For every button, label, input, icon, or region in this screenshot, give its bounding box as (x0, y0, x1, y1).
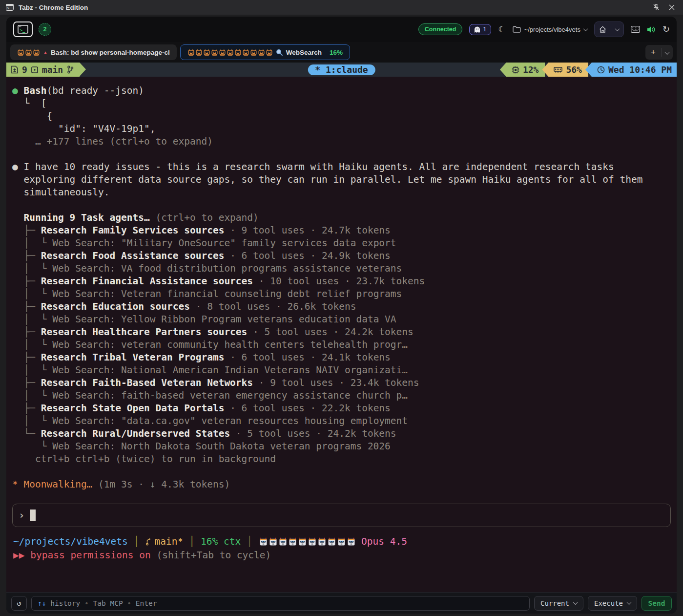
memory-segment: 56% (542, 63, 588, 77)
robot-icons (259, 537, 355, 546)
terminal-window-icon[interactable]: >_ (13, 21, 33, 37)
close-window-icon[interactable] (666, 2, 677, 13)
clock-icon (597, 66, 605, 74)
ghost-count: 1 (483, 26, 486, 33)
plus-icon[interactable]: + (645, 47, 661, 57)
new-tab-dropdown-chevron[interactable] (662, 48, 673, 57)
home-split-button[interactable] (594, 21, 624, 37)
terminal-pane: ● Bash(bd ready --json) └ [ { "id": "V4V… (6, 77, 677, 614)
history-button[interactable]: ↺ (11, 596, 27, 611)
connected-badge: Connected (418, 23, 463, 35)
tab-websearch-label: WebSearch (286, 49, 322, 56)
claude-status-line: ~/projects/vibe4vets │ main* │ 16% ctx │… (13, 535, 671, 548)
pane-icon (31, 66, 38, 73)
text-cursor (30, 510, 36, 521)
separator: │ (183, 535, 201, 548)
mode-select-label: Execute (594, 599, 623, 607)
window-titlebar: >_ Tabz - Chrome Edition (0, 0, 683, 15)
terminal-output: ● Bash(bd ready --json) └ [ { "id": "V4V… (6, 77, 677, 491)
tab-websearch[interactable]: WebSearch 16% (180, 44, 350, 60)
statusline-context: 16% ctx (201, 535, 241, 548)
cpu-percent: 12% (523, 64, 539, 75)
branch-label: main* (155, 535, 184, 548)
tab-count-badge[interactable]: 2 (39, 23, 51, 36)
tab-strip: ▲ Bash: bd show personal-homepage-cl Web… (6, 42, 677, 63)
command-input[interactable]: ↑↓ history • Tab MCP • Enter (31, 596, 530, 611)
tmux-branch-name: main (42, 64, 63, 75)
window-title: Tabz - Chrome Edition (19, 4, 88, 11)
mode-select[interactable]: Execute (588, 596, 637, 611)
statusline-path: ~/projects/vibe4vets (13, 535, 128, 548)
clock-text: Wed 10:46 PM (608, 64, 672, 75)
ghost-sessions-button[interactable]: 1 (469, 24, 491, 35)
home-dropdown-chevron[interactable] (611, 22, 623, 37)
target-select-label: Current (540, 599, 569, 607)
ghost-icon (474, 26, 480, 33)
powerline-arrow (80, 63, 86, 76)
warning-triangle-icon: ▲ (43, 50, 48, 55)
git-branch-icon (67, 65, 74, 74)
cpu-segment: 12% (500, 63, 545, 77)
tmux-changes-count: 9 (22, 64, 27, 75)
toolbar: >_ 2 Connected 1 ☾ ~/projects/vibe4vets (6, 17, 677, 42)
cpu-icon (512, 66, 519, 74)
command-input-placeholder: ↑↓ history • Tab MCP • Enter (38, 599, 157, 607)
command-bar: ↺ ↑↓ history • Tab MCP • Enter Current E… (6, 592, 677, 614)
claude-input-box[interactable]: › (12, 504, 671, 527)
robot-icons (187, 49, 273, 56)
tab-bash-label: Bash: bd show personal-homepage-cl (51, 49, 170, 56)
folder-icon (513, 26, 521, 33)
clock-segment: Wed 10:46 PM (585, 63, 677, 77)
bypass-permissions-line: ▶▶ bypass permissions on (shift+Tab to c… (13, 549, 671, 562)
separator: │ (241, 535, 258, 548)
memory-percent: 56% (566, 64, 582, 75)
tmux-status-bar: 9 main * 1:claude 12% 56% Wed 10:46 PM (6, 63, 677, 77)
git-branch-icon (145, 538, 152, 546)
speaker-icon[interactable] (647, 26, 656, 33)
diff-file-icon (11, 65, 18, 74)
history-icon: ↺ (17, 598, 21, 608)
keyboard-icon[interactable] (631, 26, 640, 33)
statusline-model: Opus 4.5 (356, 535, 407, 548)
tab-bash[interactable]: ▲ Bash: bd show personal-homepage-cl (10, 44, 177, 60)
ram-icon (554, 66, 562, 73)
tmux-left-segment: 9 main (6, 63, 80, 77)
tmux-session-badge[interactable]: * 1:claude (308, 64, 375, 75)
statusline-branch: main* (145, 535, 184, 548)
robot-icons (17, 49, 40, 56)
new-tab-button[interactable]: + (645, 45, 673, 60)
svg-text:>_: >_ (20, 28, 25, 33)
dark-mode-icon[interactable]: ☾ (498, 24, 505, 35)
send-button[interactable]: Send (642, 596, 672, 611)
search-icon (276, 49, 283, 56)
project-path: ~/projects/vibe4vets (524, 26, 580, 33)
app-icon: >_ (6, 4, 14, 11)
app-panel: >_ 2 Connected 1 ☾ ~/projects/vibe4vets (6, 17, 677, 614)
project-path-group[interactable]: ~/projects/vibe4vets (513, 26, 587, 33)
home-icon[interactable] (595, 22, 611, 37)
tab-websearch-percent: 16% (330, 49, 343, 56)
chevron-down-icon (583, 26, 588, 31)
chevron-down-icon (573, 600, 578, 605)
separator: │ (128, 535, 145, 548)
unpin-icon[interactable] (651, 2, 662, 13)
target-select[interactable]: Current (534, 596, 583, 611)
svg-text:>_: >_ (7, 6, 12, 10)
refresh-icon[interactable]: ↻ (662, 24, 670, 35)
prompt-chevron: › (19, 510, 25, 521)
chevron-down-icon (627, 600, 632, 605)
